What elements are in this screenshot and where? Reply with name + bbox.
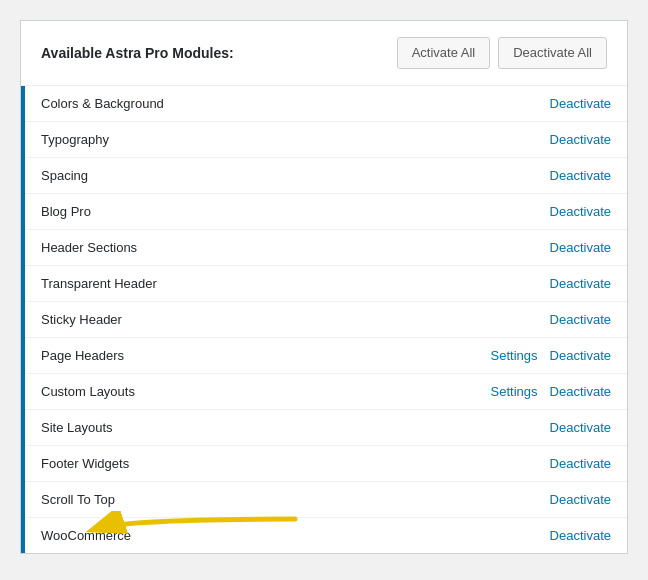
settings-link[interactable]: Settings — [491, 348, 538, 363]
panel-header: Available Astra Pro Modules: Activate Al… — [21, 21, 627, 86]
module-actions: Deactivate — [550, 492, 611, 507]
deactivate-link[interactable]: Deactivate — [550, 492, 611, 507]
module-row: SpacingDeactivate — [25, 158, 627, 194]
module-actions: Deactivate — [550, 420, 611, 435]
modules-panel: Available Astra Pro Modules: Activate Al… — [20, 20, 628, 554]
module-actions: Deactivate — [550, 528, 611, 543]
module-actions: Deactivate — [550, 132, 611, 147]
deactivate-link[interactable]: Deactivate — [550, 348, 611, 363]
module-actions: Deactivate — [550, 240, 611, 255]
module-row: Transparent HeaderDeactivate — [25, 266, 627, 302]
module-name: Site Layouts — [41, 420, 113, 435]
module-actions: Deactivate — [550, 204, 611, 219]
module-name: Spacing — [41, 168, 88, 183]
deactivate-all-button[interactable]: Deactivate All — [498, 37, 607, 69]
modules-list: Colors & BackgroundDeactivateTypographyD… — [21, 86, 627, 553]
activate-all-button[interactable]: Activate All — [397, 37, 491, 69]
deactivate-link[interactable]: Deactivate — [550, 168, 611, 183]
module-row: Page HeadersSettingsDeactivate — [25, 338, 627, 374]
module-actions: Deactivate — [550, 276, 611, 291]
header-buttons: Activate All Deactivate All — [397, 37, 607, 69]
deactivate-link[interactable]: Deactivate — [550, 312, 611, 327]
module-name: Transparent Header — [41, 276, 157, 291]
deactivate-link[interactable]: Deactivate — [550, 384, 611, 399]
module-name: Typography — [41, 132, 109, 147]
module-row: Colors & BackgroundDeactivate — [25, 86, 627, 122]
settings-link[interactable]: Settings — [491, 384, 538, 399]
module-row: TypographyDeactivate — [25, 122, 627, 158]
module-row: Footer WidgetsDeactivate — [25, 446, 627, 482]
module-name: Footer Widgets — [41, 456, 129, 471]
module-row: Sticky HeaderDeactivate — [25, 302, 627, 338]
module-actions: SettingsDeactivate — [491, 348, 611, 363]
module-name: Colors & Background — [41, 96, 164, 111]
deactivate-link[interactable]: Deactivate — [550, 456, 611, 471]
module-actions: SettingsDeactivate — [491, 384, 611, 399]
panel-title: Available Astra Pro Modules: — [41, 45, 234, 61]
module-row: Custom LayoutsSettingsDeactivate — [25, 374, 627, 410]
deactivate-link[interactable]: Deactivate — [550, 240, 611, 255]
module-name: Scroll To Top — [41, 492, 115, 507]
module-name: Custom Layouts — [41, 384, 135, 399]
deactivate-link[interactable]: Deactivate — [550, 132, 611, 147]
module-actions: Deactivate — [550, 168, 611, 183]
module-name: Blog Pro — [41, 204, 91, 219]
module-row: Blog ProDeactivate — [25, 194, 627, 230]
module-actions: Deactivate — [550, 96, 611, 111]
module-actions: Deactivate — [550, 312, 611, 327]
module-name: Sticky Header — [41, 312, 122, 327]
module-row: Scroll To TopDeactivate — [25, 482, 627, 518]
deactivate-link[interactable]: Deactivate — [550, 204, 611, 219]
module-name: Header Sections — [41, 240, 137, 255]
module-name: Page Headers — [41, 348, 124, 363]
deactivate-link[interactable]: Deactivate — [550, 96, 611, 111]
module-row: Header SectionsDeactivate — [25, 230, 627, 266]
module-row: WooCommerceDeactivate — [25, 518, 627, 553]
module-actions: Deactivate — [550, 456, 611, 471]
module-row: Site LayoutsDeactivate — [25, 410, 627, 446]
deactivate-link[interactable]: Deactivate — [550, 420, 611, 435]
module-name: WooCommerce — [41, 528, 131, 543]
deactivate-link[interactable]: Deactivate — [550, 528, 611, 543]
deactivate-link[interactable]: Deactivate — [550, 276, 611, 291]
